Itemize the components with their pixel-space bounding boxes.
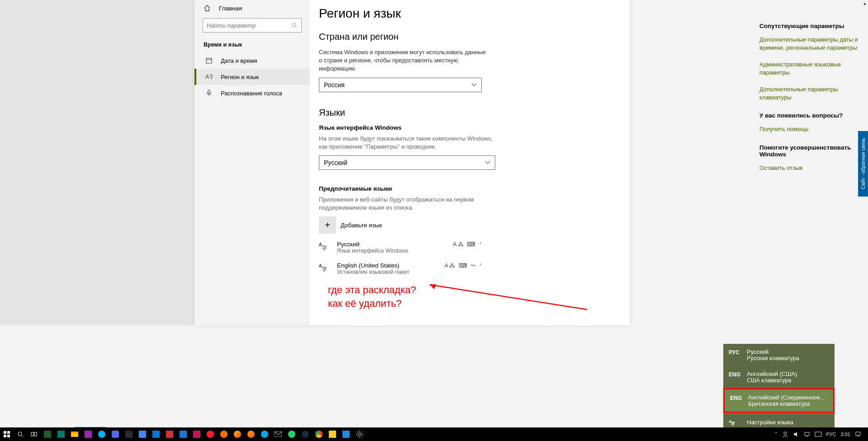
taskbar-app-1[interactable] (41, 427, 54, 441)
taskbar-app-8[interactable] (217, 427, 231, 441)
start-button[interactable] (0, 427, 14, 441)
svg-text:字: 字 (322, 266, 327, 272)
lang-code: ENG (729, 371, 747, 378)
region-dropdown[interactable]: Россия (319, 78, 482, 92)
svg-line-31 (357, 436, 358, 437)
ui-lang-description: На этом языке будут показываться такие к… (319, 135, 495, 151)
taskbar-app-2[interactable] (54, 427, 68, 441)
taskbar-app-11[interactable] (339, 427, 353, 441)
language-name: Русский (337, 241, 453, 248)
taskbar-app-4[interactable] (136, 427, 149, 441)
svg-line-32 (361, 432, 362, 432)
taskbar-calc[interactable] (149, 427, 163, 441)
rail-link-admin-lang[interactable]: Административные языковые параметры (759, 61, 859, 76)
svg-point-33 (784, 432, 787, 435)
scroll-up-arrow[interactable]: ▲ (863, 1, 867, 6)
taskbar-explorer[interactable] (68, 427, 81, 441)
pref-lang-description: Приложения и веб-сайты будут отображатьс… (319, 196, 495, 212)
sidebar-item-speech[interactable]: Распознавание голоса (194, 85, 310, 101)
sidebar-item-datetime[interactable]: Дата и время (194, 52, 310, 69)
taskbar-discord[interactable] (109, 427, 122, 441)
lang-name: Английский (США) (747, 371, 797, 377)
tray-network-icon[interactable] (802, 431, 812, 437)
language-card-english-us[interactable]: A字 English (United States) Установлен яз… (319, 262, 484, 275)
svg-rect-5 (208, 90, 210, 94)
svg-rect-22 (34, 432, 37, 436)
taskbar-skype[interactable] (95, 427, 109, 441)
taskbar-opera[interactable] (204, 427, 217, 441)
rail-link-keyboard[interactable]: Дополнительные параметры клавиатуры (759, 85, 859, 101)
language-icon: A字 (319, 262, 331, 273)
tray-action-center-icon[interactable] (853, 431, 863, 437)
chevron-down-icon (485, 161, 490, 164)
svg-rect-21 (31, 432, 33, 436)
language-switcher-popup: РУС Русский Русская клавиатура ENG Англи… (723, 344, 835, 432)
tray-expand-icon[interactable]: ˄ (773, 432, 780, 437)
language-sub: Язык интерфейса Windows (337, 248, 453, 254)
svg-rect-36 (815, 432, 821, 436)
taskbar-app-9[interactable] (258, 427, 271, 441)
rail-link-feedback[interactable]: Оставить отзыв (759, 164, 859, 172)
lang-code: РУС (729, 348, 747, 356)
rail-link-help[interactable]: Получить помощь (759, 125, 859, 133)
lang-popup-row-eng-us[interactable]: ENG Английский (США) США клавиатура (723, 366, 835, 388)
taskbar-steam[interactable] (299, 427, 312, 441)
language-icon: A字 (319, 241, 331, 252)
svg-text:字: 字 (322, 245, 327, 251)
add-language-label: Добавьте язык (341, 222, 382, 229)
taskbar-app-5[interactable] (163, 427, 176, 441)
taskbar-firefox[interactable] (244, 427, 258, 441)
rail-link-date-regional[interactable]: Дополнительные параметры даты и времени,… (759, 36, 859, 52)
taskbar-chrome[interactable] (312, 427, 326, 441)
tray-lang-indicator[interactable]: РУС (824, 432, 839, 437)
system-tray: ˄ РУС 3:01 (773, 431, 868, 437)
sidebar-section-title: Время и язык (194, 38, 310, 52)
sidebar-item-label: Дата и время (221, 57, 257, 64)
annotation-line-1: где эта раскладка? (328, 283, 630, 297)
taskbar-chrome-canary[interactable] (231, 427, 244, 441)
tray-clock[interactable]: 3:01 (839, 432, 853, 437)
taskbar-app-6[interactable] (176, 427, 190, 441)
lang-popup-row-rus[interactable]: РУС Русский Русская клавиатура (723, 344, 835, 366)
home-icon (204, 5, 211, 12)
language-card-russian[interactable]: A字 Русский Язык интерфейса Windows A⁂ ⌨ … (319, 241, 484, 254)
search-input-wrap[interactable] (203, 18, 302, 33)
taskbar-app-3[interactable] (81, 427, 95, 441)
settings-content: Регион и язык Страна или регион Система … (319, 6, 630, 325)
region-heading: Страна или регион (319, 32, 630, 42)
rail-heading-related: Сопутствующие параметры (759, 23, 859, 29)
taskbar-settings[interactable] (353, 427, 366, 441)
svg-point-24 (358, 433, 361, 436)
taskbar-app-10[interactable] (326, 427, 339, 441)
add-language-button[interactable]: + Добавьте язык (319, 216, 630, 234)
feedback-tab[interactable]: Сайт - обратная связь (858, 131, 868, 197)
taskbar-app-7[interactable] (190, 427, 204, 441)
lang-popup-row-eng-uk[interactable]: ENG Английский (Соединенное... Британска… (723, 388, 835, 413)
rail-heading-improve: Помогите усовершенствовать Windows (759, 144, 859, 158)
taskbar-egs[interactable] (122, 427, 136, 441)
ui-lang-dropdown[interactable]: Русский (319, 155, 495, 170)
tray-volume-icon[interactable] (791, 431, 802, 437)
lang-keyboard: США клавиатура (747, 377, 797, 384)
ui-lang-value: Русский (324, 159, 347, 166)
home-button[interactable]: Главная (194, 0, 310, 15)
search-input[interactable] (207, 22, 291, 29)
settings-sidebar: Главная Время и язык Дата и время A字 Рег… (194, 0, 310, 325)
svg-point-19 (18, 432, 22, 436)
taskbar-whatsapp[interactable] (285, 427, 299, 441)
sidebar-item-region[interactable]: A字 Регион и язык (194, 69, 310, 85)
task-view-button[interactable] (27, 427, 41, 441)
lang-settings-label: Настройки языка (747, 419, 793, 426)
sidebar-item-label: Распознавание голоса (221, 90, 282, 97)
plus-icon: + (319, 216, 336, 234)
microphone-icon (205, 89, 213, 97)
svg-line-30 (361, 436, 362, 437)
svg-rect-16 (7, 431, 10, 434)
taskbar-mail[interactable] (271, 427, 285, 441)
search-button[interactable] (14, 427, 27, 441)
settings-window: Главная Время и язык Дата и время A字 Рег… (194, 0, 630, 325)
tray-keyboard-icon[interactable] (812, 432, 824, 437)
tray-people-icon[interactable] (780, 431, 791, 437)
svg-line-20 (21, 435, 23, 437)
sidebar-item-label: Регион и язык (221, 74, 259, 80)
